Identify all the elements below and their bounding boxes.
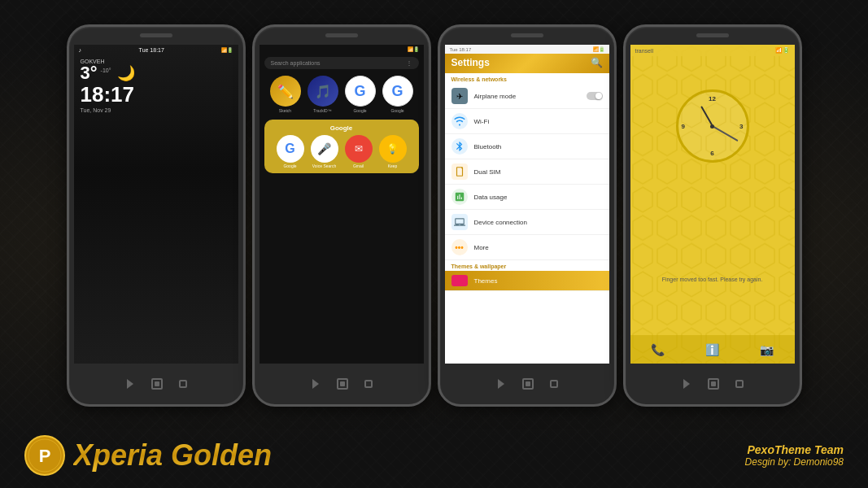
google-icon-2: G — [382, 76, 413, 107]
settings-header: Settings 🔍 — [445, 54, 609, 73]
wifi-icon — [451, 113, 468, 129]
device-connection-icon — [451, 214, 468, 230]
app-google-1[interactable]: G Google — [345, 76, 376, 113]
google-label-2: Google — [390, 108, 403, 113]
folder-app-google[interactable]: G Google — [277, 135, 304, 168]
bluetooth-icon — [451, 138, 468, 155]
back-button[interactable] — [127, 379, 133, 389]
phone2-nav — [255, 364, 429, 404]
clock-3: 3 — [739, 123, 743, 130]
themes-label: Themes — [474, 277, 498, 285]
phone-1: ♪ Tue 18:17 📶🔋 GOKVEH 3° -10° 🌙 — [67, 24, 246, 407]
voice-search-label: Voice Search — [312, 163, 336, 168]
bluetooth-item[interactable]: Bluetooth — [445, 134, 609, 159]
app-sketch[interactable]: ✏️ Sketch — [270, 76, 301, 113]
more-icon: ••• — [451, 239, 468, 255]
back-button-4[interactable] — [683, 379, 690, 389]
phone-3: Tue 18:17 📶🔋 Settings 🔍 Wireless & netwo… — [438, 24, 617, 407]
phone2-status-bar: 📶🔋 — [260, 45, 424, 54]
phone-4-screen: transell 📶🔋 12 3 6 9 — [630, 45, 795, 364]
clock-center-dot — [710, 124, 714, 129]
hour-hand — [700, 106, 713, 126]
more-label: More — [474, 244, 603, 251]
clock-9: 9 — [682, 123, 685, 130]
themes-section-label: Themes & wallpaper — [445, 260, 609, 271]
phones-row: ♪ Tue 18:17 📶🔋 GOKVEH 3° -10° 🌙 — [0, 0, 868, 423]
phone1-nav — [69, 364, 243, 404]
gmail-icon: ✉ — [345, 135, 373, 163]
minute-hand — [712, 125, 738, 141]
google-app-label: Google — [283, 163, 296, 168]
folder-app-voice[interactable]: 🎤 Voice Search — [311, 135, 338, 168]
more-item[interactable]: ••• More — [445, 235, 609, 260]
folder-app-keep[interactable]: 💡 Keep — [379, 135, 407, 168]
trackid-label: TrackID™ — [313, 108, 331, 113]
google-icon-1: G — [345, 76, 376, 107]
lock-time: 18:17 — [81, 82, 232, 107]
keep-icon: 💡 — [379, 135, 407, 163]
feels-like: -10° — [101, 68, 111, 73]
folder-app-gmail[interactable]: ✉ Gmail — [345, 135, 373, 168]
search-menu-icon: ⋮ — [406, 59, 412, 67]
phone4-camera-icon[interactable]: 📷 — [760, 343, 774, 356]
content-wrapper: ♪ Tue 18:17 📶🔋 GOKVEH 3° -10° 🌙 — [0, 0, 868, 488]
app-trackid[interactable]: 🎵 TrackID™ — [308, 76, 338, 113]
home-button-2[interactable] — [337, 378, 348, 390]
voice-search-icon: 🎤 — [311, 135, 338, 163]
wifi-item[interactable]: Wi-Fi — [445, 109, 609, 134]
app-google-2[interactable]: G Google — [382, 76, 413, 113]
data-usage-item[interactable]: Data usage — [445, 185, 609, 210]
lockscreen: ♪ Tue 18:17 📶🔋 GOKVEH 3° -10° 🌙 — [74, 45, 238, 364]
phone3-status-bar: Tue 18:17 📶🔋 — [445, 45, 609, 54]
branding-bar: P Xperia Golden PexoTheme Team Desgin by… — [0, 423, 868, 488]
airplane-mode-item[interactable]: ✈ Airplane mode — [445, 84, 609, 109]
phone1-time: Tue 18:17 — [139, 47, 164, 53]
settings-title: Settings — [451, 57, 490, 68]
search-bar[interactable]: Search applications ⋮ — [264, 57, 419, 69]
home-button[interactable] — [151, 378, 163, 390]
back-button-3[interactable] — [498, 379, 504, 389]
keep-label: Keep — [388, 163, 398, 168]
brand-logo-icon: P — [24, 435, 65, 476]
phone-3-screen: Tue 18:17 📶🔋 Settings 🔍 Wireless & netwo… — [445, 45, 609, 364]
airplane-label: Airplane mode — [474, 93, 580, 100]
brand-title: Xperia Golden — [73, 438, 272, 473]
clock-face: 12 3 6 9 — [676, 89, 749, 163]
device-connection-item[interactable]: Device connection — [445, 210, 609, 235]
airplane-toggle[interactable] — [587, 92, 603, 100]
settings-search-icon[interactable]: 🔍 — [591, 57, 603, 68]
google-folder[interactable]: Google G Google 🎤 — [264, 120, 419, 173]
airplane-icon: ✈ — [451, 88, 468, 104]
phone1-status-bar: ♪ Tue 18:17 📶🔋 — [74, 45, 238, 55]
phone-2: 📶🔋 Search applications ⋮ ✏️ Sketch — [252, 24, 431, 407]
recents-button[interactable] — [179, 380, 187, 388]
gmail-label: Gmail — [353, 163, 364, 168]
themes-item[interactable]: Themes — [445, 271, 609, 291]
recents-button-2[interactable] — [364, 380, 373, 388]
folder-title: Google — [269, 124, 414, 132]
dual-sim-item[interactable]: Dual SIM — [445, 159, 609, 185]
settings-screen: Tue 18:17 📶🔋 Settings 🔍 Wireless & netwo… — [445, 45, 609, 364]
wireless-section-label: Wireless & networks — [445, 73, 609, 84]
phone4-info-icon[interactable]: ℹ️ — [705, 343, 719, 356]
recents-button-3[interactable] — [550, 380, 558, 388]
bluetooth-label: Bluetooth — [474, 143, 603, 150]
data-usage-icon — [451, 189, 468, 205]
wifi-label: Wi-Fi — [474, 118, 603, 125]
music-icon: ♪ — [79, 47, 82, 53]
svg-text:P: P — [39, 446, 51, 466]
back-button-2[interactable] — [312, 379, 319, 389]
phone4-bottom-bar: 📞 ℹ️ 📷 — [630, 335, 795, 364]
phone-1-screen: ♪ Tue 18:17 📶🔋 GOKVEH 3° -10° 🌙 — [74, 45, 238, 364]
home-button-3[interactable] — [522, 378, 534, 390]
clock-widget: 12 3 6 9 — [676, 89, 749, 163]
sketch-label: Sketch — [279, 108, 291, 113]
clock-screen: transell 📶🔋 12 3 6 9 — [630, 45, 795, 364]
clock-12: 12 — [709, 95, 716, 102]
recents-button-4[interactable] — [735, 380, 744, 388]
app-drawer: 📶🔋 Search applications ⋮ ✏️ Sketch — [260, 45, 424, 364]
home-button-4[interactable] — [708, 378, 719, 390]
phone4-call-icon[interactable]: 📞 — [651, 343, 665, 356]
phone-4: transell 📶🔋 12 3 6 9 — [623, 24, 802, 407]
weather-widget: GOKVEH 3° -10° 🌙 18:17 Tue, Nov 29 — [74, 55, 238, 116]
